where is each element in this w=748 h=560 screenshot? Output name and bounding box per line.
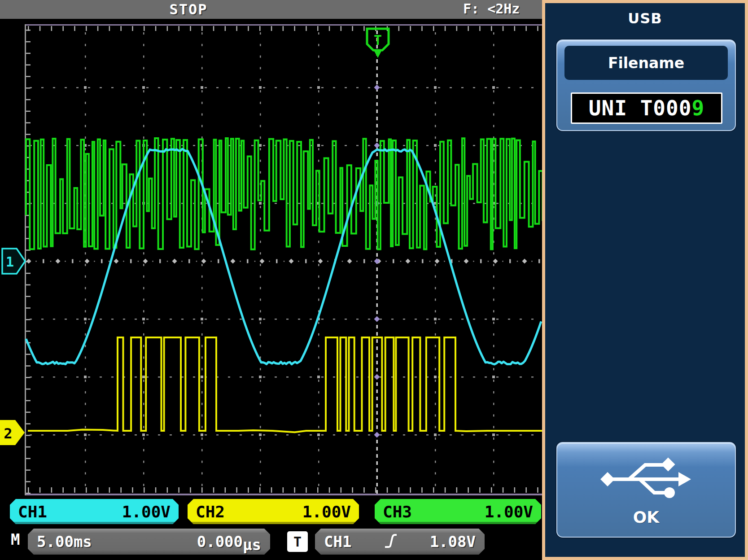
ch2-scale-badge: CH2 1.00V [188, 499, 359, 524]
ch3-badge-scale: 1.00V [485, 503, 533, 521]
ch1-marker-digit: 1 [6, 254, 14, 270]
filename-value: UNI T000 [589, 96, 692, 120]
trigger-badge-icon: T [287, 531, 308, 552]
timebase-badge: 5.00ms 0.000μs [28, 529, 270, 555]
trigger-level: 1.08V [430, 533, 476, 551]
filename-input[interactable]: UNI T0009 [571, 92, 722, 124]
ch2-badge-scale: 1.00V [302, 503, 351, 521]
ch1-scale-badge: CH1 1.00V [10, 499, 179, 524]
ch3-badge-name: CH3 [383, 503, 412, 521]
filename-cursor-char: 9 [691, 96, 704, 120]
main-timebase-label: M [11, 530, 20, 548]
usb-trident-icon [597, 453, 696, 504]
ch2-marker-digit: 2 [4, 425, 12, 442]
filename-button-label: Filename [564, 46, 728, 80]
top-status-bar: STOP F: <2Hz [0, 0, 542, 19]
trigger-marker-letter: T [374, 32, 382, 48]
waveform-display: T 1 2 [0, 0, 542, 560]
ch3-trace [26, 138, 542, 249]
trigger-info-badge: CH1 1.08V [315, 529, 485, 555]
ch2-badge-name: CH2 [196, 503, 225, 521]
ok-button[interactable]: OK [556, 442, 736, 538]
ch1-badge-scale: 1.00V [122, 503, 171, 521]
acquisition-status: STOP [153, 1, 224, 18]
ch1-badge-name: CH1 [18, 503, 47, 521]
trigger-source: CH1 [324, 533, 351, 551]
rising-edge-icon [384, 532, 398, 551]
ch1-position-marker: 1 [2, 249, 25, 274]
ch2-trace [28, 337, 542, 432]
graticule-grid [25, 24, 542, 495]
ch3-scale-badge: CH3 1.00V [375, 499, 541, 524]
menu-title: USB [542, 10, 748, 27]
horizontal-delay: 0.000μs [197, 533, 261, 551]
trigger-position-marker: T [367, 29, 389, 58]
ok-button-label: OK [633, 508, 660, 526]
timebase-scale: 5.00ms [37, 533, 92, 551]
ch2-position-marker: 2 [0, 420, 25, 445]
